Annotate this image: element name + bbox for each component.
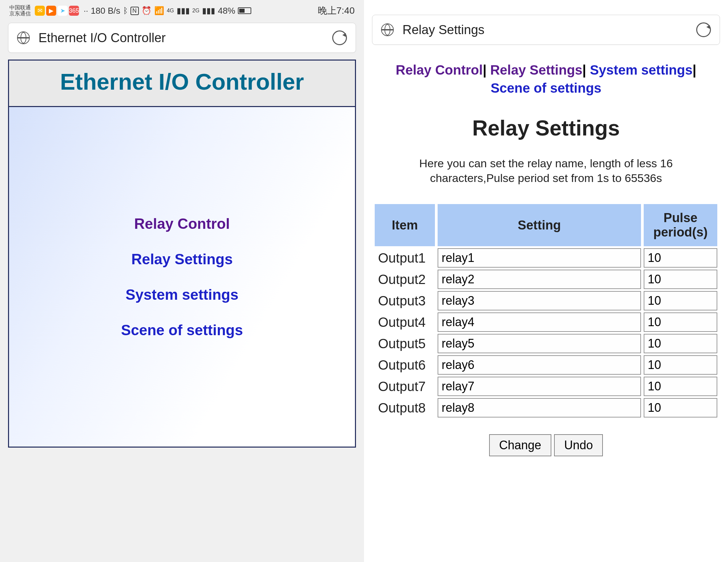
crumb-system-settings[interactable]: System settings	[590, 63, 693, 77]
status-carriers: 中国联通 京东通信	[9, 5, 31, 17]
battery-icon	[238, 7, 251, 14]
relay-name-input[interactable]	[438, 334, 641, 353]
address-bar-left[interactable]: Ethernet I/O Controller	[8, 23, 356, 53]
table-row: Output6	[375, 355, 717, 375]
pulse-period-input[interactable]	[644, 398, 717, 417]
signal-4g: 4G	[167, 8, 174, 14]
table-row: Output7	[375, 377, 717, 396]
relay-name-input[interactable]	[438, 270, 641, 289]
left-pane: 中国联通 京东通信 ✉ ▶ ➤ 365 ·· 180 B/s ᛒ N ⏰ 📶 4…	[0, 0, 364, 562]
output-label: Output5	[375, 334, 435, 353]
relay-name-input[interactable]	[438, 355, 641, 375]
relay-settings-heading: Relay Settings	[372, 116, 720, 140]
change-button[interactable]: Change	[489, 434, 551, 456]
relay-name-input[interactable]	[438, 312, 641, 332]
pulse-period-input[interactable]	[644, 334, 717, 353]
nfc-icon: N	[130, 7, 139, 15]
status-time: 晚上7:40	[318, 4, 355, 17]
output-label: Output1	[375, 248, 435, 268]
pulse-period-input[interactable]	[644, 270, 717, 289]
mail-icon: ✉	[35, 6, 45, 16]
output-label: Output6	[375, 355, 435, 375]
globe-icon	[381, 23, 394, 36]
nav-sep: |	[582, 63, 586, 77]
nav-system-settings[interactable]: System settings	[125, 286, 238, 303]
status-app-icons: ✉ ▶ ➤ 365	[35, 6, 79, 16]
globe-icon	[17, 31, 30, 44]
col-setting: Setting	[438, 204, 641, 246]
address-title-right: Relay Settings	[402, 23, 696, 37]
pulse-period-input[interactable]	[644, 377, 717, 396]
crumb-relay-settings[interactable]: Relay Settings	[490, 63, 582, 77]
table-row: Output5	[375, 334, 717, 353]
crumb-relay-control[interactable]: Relay Control	[396, 63, 483, 77]
undo-button[interactable]: Undo	[554, 434, 603, 456]
carrier-1: 中国联通	[9, 5, 31, 11]
relay-name-input[interactable]	[438, 248, 641, 268]
col-pulse: Pulse period(s)	[644, 204, 717, 246]
nav-sep: |	[693, 63, 696, 77]
output-label: Output7	[375, 377, 435, 396]
carrier-2: 京东通信	[9, 11, 31, 17]
status-indicators: ·· 180 B/s ᛒ N ⏰ 📶 4G ▮▮▮ 2G ▮▮▮ 48%	[84, 6, 315, 16]
col-item: Item	[375, 204, 435, 246]
table-row: Output4	[375, 312, 717, 332]
nav-relay-control[interactable]: Relay Control	[134, 215, 230, 232]
output-label: Output3	[375, 291, 435, 310]
pulse-period-input[interactable]	[644, 248, 717, 268]
table-row: Output3	[375, 291, 717, 310]
relay-settings-table: Item Setting Pulse period(s) Output1Outp…	[372, 202, 720, 419]
table-row: Output8	[375, 398, 717, 417]
relay-settings-note: Here you can set the relay name, length …	[372, 156, 720, 185]
wifi-icon: 📶	[154, 6, 164, 15]
more-icon: ··	[84, 6, 88, 15]
network-speed: 180 B/s	[91, 6, 120, 16]
signal-bars-1-icon: ▮▮▮	[177, 6, 190, 15]
battery-text: 48%	[218, 6, 235, 16]
breadcrumb-nav: Relay Control| Relay Settings| System se…	[372, 45, 720, 97]
nav-scene-settings[interactable]: Scene of settings	[121, 322, 243, 339]
table-row: Output1	[375, 248, 717, 268]
relay-name-input[interactable]	[438, 291, 641, 310]
table-row: Output2	[375, 270, 717, 289]
right-pane: Relay Settings Relay Control| Relay Sett…	[364, 0, 728, 562]
refresh-icon[interactable]	[696, 22, 711, 37]
calendar-icon: 365	[69, 6, 79, 16]
nav-relay-settings[interactable]: Relay Settings	[131, 251, 233, 268]
refresh-icon[interactable]	[332, 30, 347, 45]
alarm-icon: ⏰	[142, 6, 152, 15]
nav-sep: |	[483, 63, 486, 77]
pulse-period-input[interactable]	[644, 291, 717, 310]
pulse-period-input[interactable]	[644, 312, 717, 332]
paperplane-icon: ➤	[58, 6, 68, 16]
form-buttons: Change Undo	[372, 434, 720, 456]
crumb-scene-settings[interactable]: Scene of settings	[490, 81, 601, 95]
relay-name-input[interactable]	[438, 377, 641, 396]
output-label: Output4	[375, 312, 435, 332]
output-label: Output8	[375, 398, 435, 417]
home-nav: Relay Control Relay Settings System sett…	[9, 107, 355, 447]
relay-name-input[interactable]	[438, 398, 641, 417]
signal-bars-2-icon: ▮▮▮	[202, 6, 215, 15]
home-card: Ethernet I/O Controller Relay Control Re…	[8, 60, 356, 448]
play-icon: ▶	[46, 6, 56, 16]
pulse-period-input[interactable]	[644, 355, 717, 375]
status-bar: 中国联通 京东通信 ✉ ▶ ➤ 365 ·· 180 B/s ᛒ N ⏰ 📶 4…	[8, 3, 356, 18]
bluetooth-icon: ᛒ	[123, 6, 128, 15]
output-label: Output2	[375, 270, 435, 289]
signal-2g: 2G	[192, 8, 199, 14]
address-bar-right[interactable]: Relay Settings	[372, 15, 720, 45]
page-title: Ethernet I/O Controller	[9, 61, 355, 107]
address-title-left: Ethernet I/O Controller	[38, 31, 332, 45]
